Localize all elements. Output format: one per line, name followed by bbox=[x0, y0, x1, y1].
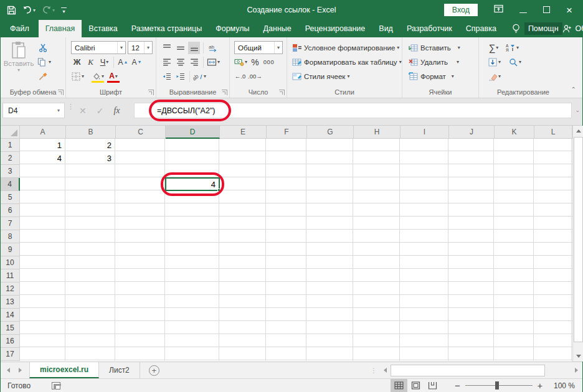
column-header-F[interactable]: F bbox=[267, 126, 307, 139]
align-left-button[interactable] bbox=[161, 56, 173, 68]
fill-dropdown-icon[interactable]: ▾ bbox=[498, 59, 501, 65]
row-header-9[interactable]: 9 bbox=[1, 243, 20, 256]
formula-input[interactable]: =ДВССЫЛ("A2") bbox=[134, 103, 572, 118]
font-size-select[interactable]: 12▾ bbox=[128, 41, 153, 54]
sign-in-button[interactable]: Вход bbox=[444, 4, 478, 16]
column-header-I[interactable]: I bbox=[401, 126, 449, 139]
row-header-12[interactable]: 12 bbox=[1, 282, 20, 296]
scroll-down-button[interactable] bbox=[574, 351, 583, 362]
number-format-dropdown-icon[interactable]: ▾ bbox=[274, 42, 282, 54]
maximize-button[interactable] bbox=[543, 6, 550, 14]
font-color-button[interactable]: А ▾ bbox=[107, 70, 120, 83]
scroll-right-button[interactable] bbox=[571, 365, 582, 376]
conditional-formatting-button[interactable]: Условное форматирование▾ bbox=[292, 41, 399, 54]
copy-dropdown-icon[interactable]: ▾ bbox=[49, 59, 51, 65]
paste-button[interactable]: Вставить ▾ bbox=[4, 41, 33, 83]
tab-справка[interactable]: Справка bbox=[459, 20, 503, 37]
vertical-scrollbar[interactable] bbox=[572, 126, 583, 362]
undo-dropdown-icon[interactable]: ▾ bbox=[33, 7, 36, 13]
decrease-decimal-button[interactable]: .00→ bbox=[248, 70, 262, 83]
row-header-16[interactable]: 16 bbox=[1, 335, 20, 348]
tab-разработчик[interactable]: Разработчик bbox=[400, 20, 459, 37]
accounting-dropdown-icon[interactable]: ▾ bbox=[245, 59, 247, 65]
page-layout-view-button[interactable] bbox=[407, 379, 424, 392]
number-dialog-launcher[interactable] bbox=[279, 90, 285, 95]
zoom-level-label[interactable]: 100 % bbox=[551, 381, 575, 390]
row-header-11[interactable]: 11 bbox=[1, 269, 20, 282]
underline-dropdown-icon[interactable]: ▾ bbox=[106, 59, 108, 65]
copy-button[interactable]: ▾ bbox=[37, 55, 51, 68]
fill-color-button[interactable]: ▾ bbox=[91, 70, 105, 83]
selection-fill-handle[interactable] bbox=[217, 189, 220, 192]
find-select-button[interactable]: ▾ bbox=[508, 56, 521, 68]
tab-вид[interactable]: Вид bbox=[372, 20, 400, 37]
row-header-10[interactable]: 10 bbox=[1, 256, 20, 269]
accounting-format-button[interactable]: ▾ bbox=[234, 56, 247, 68]
column-header-D[interactable]: D bbox=[166, 126, 220, 139]
undo-button[interactable]: ▾ bbox=[22, 6, 36, 14]
redo-button[interactable]: ▾ bbox=[42, 6, 55, 14]
delete-cells-button[interactable]: Удалить▾ bbox=[409, 55, 459, 68]
previous-sheet-button[interactable] bbox=[7, 368, 10, 373]
font-dialog-launcher[interactable] bbox=[148, 90, 154, 95]
tab-рецензирование[interactable]: Рецензирование bbox=[298, 20, 372, 37]
align-right-button[interactable] bbox=[188, 56, 200, 68]
format-as-table-button[interactable]: Форматировать как таблицу▾ bbox=[292, 55, 402, 68]
grow-font-button[interactable]: А▲ bbox=[117, 56, 129, 68]
sort-filter-button[interactable]: АЯ ▾ bbox=[506, 42, 519, 54]
underline-button[interactable]: Ч▾ bbox=[98, 56, 110, 68]
zoom-slider-thumb[interactable] bbox=[495, 381, 499, 390]
tell-me-input[interactable]: Помощн bbox=[524, 22, 562, 35]
cell-A2[interactable]: 4 bbox=[20, 152, 65, 165]
column-header-G[interactable]: G bbox=[307, 126, 354, 139]
zoom-slider-track[interactable] bbox=[465, 385, 533, 386]
scroll-up-button[interactable] bbox=[574, 126, 583, 136]
clear-dropdown-icon[interactable]: ▾ bbox=[498, 73, 501, 79]
cell-A1[interactable]: 1 bbox=[20, 139, 65, 152]
row-header-3[interactable]: 3 bbox=[1, 165, 20, 178]
font-family-dropdown-icon[interactable]: ▾ bbox=[117, 42, 125, 54]
name-box[interactable]: D4 ▾ bbox=[2, 103, 65, 118]
cell-B1[interactable]: 2 bbox=[66, 139, 115, 152]
sort-filter-dropdown-icon[interactable]: ▾ bbox=[516, 45, 519, 50]
tell-me-control[interactable]: Помощн bbox=[512, 20, 562, 37]
row-header-14[interactable]: 14 bbox=[1, 309, 20, 322]
font-family-select[interactable]: Calibri▾ bbox=[71, 41, 126, 54]
merge-dropdown-icon[interactable]: ▾ bbox=[217, 59, 220, 65]
tab-главная[interactable]: Главная bbox=[39, 20, 82, 37]
column-header-A[interactable]: A bbox=[20, 126, 66, 139]
scroll-left-button[interactable] bbox=[380, 365, 391, 376]
align-top-button[interactable] bbox=[161, 42, 173, 54]
row-header-13[interactable]: 13 bbox=[1, 296, 20, 309]
format-painter-button[interactable] bbox=[38, 70, 48, 83]
scrollbar-splitter-handle[interactable]: ⋮ bbox=[371, 367, 377, 374]
cut-button[interactable] bbox=[38, 41, 48, 54]
font-color-dropdown-icon[interactable]: ▾ bbox=[115, 73, 118, 79]
formula-bar-resize-handle[interactable]: ⋮ bbox=[67, 105, 71, 108]
merge-center-button[interactable]: ▾ bbox=[207, 56, 220, 68]
save-button[interactable] bbox=[7, 6, 16, 15]
customize-qat-button[interactable]: ▾ bbox=[61, 7, 67, 13]
bold-button[interactable]: Ж bbox=[71, 56, 83, 68]
column-header-E[interactable]: E bbox=[220, 126, 267, 139]
horizontal-scrollbar-thumb[interactable] bbox=[391, 365, 545, 376]
row-header-7[interactable]: 7 bbox=[1, 217, 20, 230]
tab-формулы[interactable]: Формулы bbox=[209, 20, 256, 37]
enter-formula-button[interactable]: ✓ bbox=[97, 106, 104, 116]
paste-dropdown-icon[interactable]: ▾ bbox=[17, 67, 20, 73]
increase-indent-button[interactable] bbox=[174, 70, 186, 83]
row-header-4[interactable]: 4 bbox=[1, 178, 20, 191]
select-all-corner[interactable] bbox=[1, 126, 20, 139]
zoom-out-button[interactable]: − bbox=[455, 380, 460, 391]
cell-styles-button[interactable]: Стили ячеек▾ bbox=[292, 70, 349, 83]
column-header-B[interactable]: B bbox=[66, 126, 116, 139]
insert-cells-button[interactable]: Вставить▾ bbox=[409, 41, 460, 54]
row-header-2[interactable]: 2 bbox=[1, 152, 20, 165]
tab-file[interactable]: Файл bbox=[1, 20, 39, 37]
redo-dropdown-icon[interactable]: ▾ bbox=[52, 7, 55, 13]
column-header-J[interactable]: J bbox=[449, 126, 495, 139]
clear-button[interactable]: ▾ bbox=[488, 70, 501, 83]
align-bottom-button[interactable] bbox=[188, 42, 200, 54]
cancel-formula-button[interactable]: ✕ bbox=[79, 106, 87, 116]
fill-button[interactable]: ▾ bbox=[488, 56, 501, 68]
